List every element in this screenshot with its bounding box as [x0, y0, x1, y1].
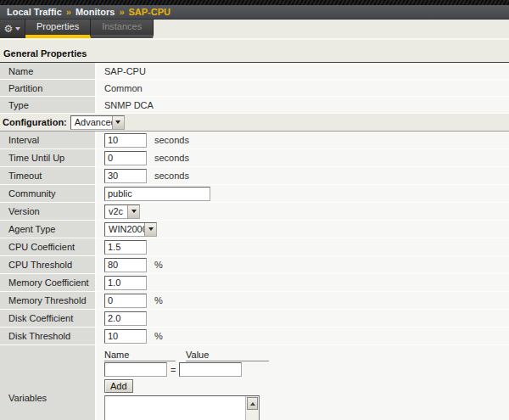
table-row-cpu-coefficient: CPU Coefficient	[0, 238, 509, 256]
table-row-interval: Interval seconds	[0, 132, 509, 149]
table-row-disk-threshold: Disk Threshold %	[0, 328, 509, 345]
breadcrumb-monitors[interactable]: Monitors	[76, 7, 115, 17]
variable-value-input[interactable]	[179, 362, 242, 377]
interval-unit-label: seconds	[154, 135, 189, 145]
tab-instances[interactable]: Instances	[91, 20, 154, 38]
scroll-up-button[interactable]	[247, 397, 258, 410]
table-row-type: Type SNMP DCA	[0, 97, 509, 114]
variables-column-headers: Name Value	[104, 350, 269, 361]
gear-menu-button[interactable]: ⚙	[0, 20, 25, 38]
agent-type-select[interactable]: WIN2000	[104, 222, 157, 237]
interval-label: Interval	[0, 132, 97, 148]
general-properties-table: Name SAP-CPU Partition Common Type SNMP …	[0, 63, 509, 114]
memory-threshold-unit-label: %	[154, 295, 163, 305]
add-variable-button[interactable]: Add	[104, 379, 133, 393]
variable-name-header: Name	[104, 350, 176, 361]
variables-label: Variables	[0, 345, 97, 420]
dropdown-button[interactable]	[127, 205, 139, 218]
configuration-header: Configuration: Advanced	[0, 114, 509, 131]
cpu-threshold-input[interactable]	[104, 258, 147, 272]
scroll-up-arrow-icon	[250, 402, 255, 406]
agent-type-value: WIN2000	[105, 223, 144, 236]
table-row-timeout: Timeout seconds	[0, 167, 509, 185]
configuration-mode-value: Advanced	[71, 116, 112, 129]
table-row-time-until-up: Time Until Up seconds	[0, 149, 509, 167]
cpu-threshold-unit-label: %	[154, 260, 163, 270]
cpu-coefficient-label: CPU Coefficient	[0, 238, 97, 255]
configuration-label: Configuration:	[3, 117, 67, 127]
interval-input[interactable]	[104, 133, 147, 148]
version-label: Version	[0, 203, 97, 220]
name-label: Name	[0, 63, 97, 79]
dropdown-arrow-icon	[131, 210, 137, 213]
configuration-table: Interval seconds Time Until Up seconds T…	[0, 131, 509, 420]
tab-bar: ⚙ Properties Instances	[0, 20, 509, 38]
tab-properties[interactable]: Properties	[25, 20, 91, 38]
breadcrumb: Local Traffic » Monitors » SAP-CPU	[0, 5, 509, 20]
time-until-up-input[interactable]	[104, 151, 147, 165]
configuration-mode-select[interactable]: Advanced	[70, 115, 125, 130]
timeout-unit-label: seconds	[154, 171, 189, 181]
gear-icon: ⚙	[4, 24, 14, 34]
dropdown-button[interactable]	[144, 223, 156, 236]
breadcrumb-current-page: SAP-CPU	[129, 7, 171, 17]
main-content: General Properties Name SAP-CPU Partitio…	[0, 38, 509, 420]
type-value: SNMP DCA	[97, 97, 509, 113]
version-select[interactable]: v2c	[104, 204, 140, 219]
community-label: Community	[0, 185, 97, 202]
community-input[interactable]	[104, 187, 210, 201]
equals-sign: =	[171, 365, 176, 375]
table-row-memory-coefficient: Memory Coefficient	[0, 274, 509, 292]
disk-coefficient-label: Disk Coefficient	[0, 310, 97, 327]
variable-entry-row: =	[104, 362, 242, 377]
disk-threshold-unit-label: %	[154, 331, 163, 341]
table-row-version: Version v2c	[0, 203, 509, 221]
breadcrumb-local-traffic[interactable]: Local Traffic	[7, 7, 62, 17]
disk-threshold-label: Disk Threshold	[0, 328, 97, 344]
general-properties-heading: General Properties	[0, 40, 509, 63]
memory-threshold-label: Memory Threshold	[0, 292, 97, 309]
table-row-community: Community	[0, 185, 509, 203]
timeout-label: Timeout	[0, 167, 97, 184]
cpu-coefficient-input[interactable]	[104, 240, 147, 255]
cpu-threshold-label: CPU Threshold	[0, 256, 97, 273]
disk-coefficient-input[interactable]	[104, 311, 147, 326]
variables-listbox[interactable]	[104, 395, 260, 420]
type-label: Type	[0, 97, 97, 113]
timeout-input[interactable]	[104, 169, 147, 183]
breadcrumb-separator-icon: »	[119, 7, 124, 17]
version-value: v2c	[105, 205, 127, 218]
table-row-partition: Partition Common	[0, 80, 509, 97]
table-row-variables: Variables Name Value = Add	[0, 345, 509, 420]
memory-threshold-input[interactable]	[104, 294, 147, 308]
variable-name-input[interactable]	[104, 362, 167, 377]
table-row-agent-type: Agent Type WIN2000	[0, 221, 509, 238]
listbox-scrollbar[interactable]	[245, 396, 259, 420]
chevron-down-icon	[15, 27, 20, 31]
memory-coefficient-label: Memory Coefficient	[0, 274, 97, 291]
table-row-disk-coefficient: Disk Coefficient	[0, 310, 509, 328]
page: Local Traffic » Monitors » SAP-CPU ⚙ Pro…	[0, 0, 509, 420]
dropdown-arrow-icon	[115, 120, 120, 124]
breadcrumb-separator-icon: »	[66, 7, 71, 17]
time-until-up-label: Time Until Up	[0, 149, 97, 166]
memory-coefficient-input[interactable]	[104, 276, 147, 290]
variable-value-header: Value	[186, 350, 269, 361]
dropdown-arrow-icon	[148, 227, 154, 231]
disk-threshold-input[interactable]	[104, 329, 147, 344]
table-row-cpu-threshold: CPU Threshold %	[0, 256, 509, 274]
dropdown-button[interactable]	[112, 116, 124, 129]
table-row-name: Name SAP-CPU	[0, 63, 509, 80]
name-value: SAP-CPU	[97, 63, 509, 79]
time-until-up-unit-label: seconds	[154, 153, 189, 163]
partition-label: Partition	[0, 80, 97, 96]
table-row-memory-threshold: Memory Threshold %	[0, 292, 509, 310]
agent-type-label: Agent Type	[0, 221, 97, 238]
partition-value: Common	[97, 80, 509, 96]
